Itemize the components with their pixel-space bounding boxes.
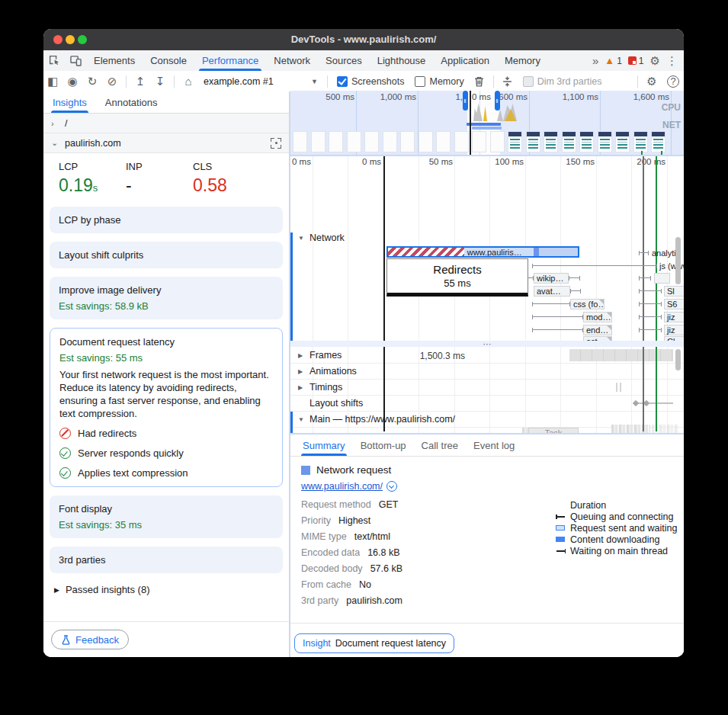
- request-box[interactable]: jiz: [664, 312, 684, 322]
- filmstrip-thumbnail[interactable]: [472, 131, 486, 152]
- home-icon[interactable]: ⌂: [179, 72, 197, 91]
- issues-badge[interactable]: 1: [628, 56, 644, 66]
- filmstrip-thumbnail[interactable]: [490, 131, 505, 152]
- metric[interactable]: INP -: [126, 161, 193, 196]
- request-url-link[interactable]: www.paulirish.com/: [301, 481, 383, 492]
- settings-gear-icon[interactable]: ⚙: [650, 54, 660, 68]
- memory-checkbox[interactable]: Memory: [415, 76, 463, 87]
- request-box[interactable]: jiz: [664, 325, 684, 335]
- network-track-header[interactable]: ▼ Network: [290, 232, 345, 243]
- minimap-window-handle[interactable]: ‖: [463, 91, 468, 111]
- toggle-sidebar-icon[interactable]: ◧: [43, 72, 62, 91]
- details-tab[interactable]: Call tree: [414, 434, 466, 456]
- tracks-scrollbar[interactable]: [675, 349, 681, 370]
- request-box[interactable]: avat…: [534, 286, 570, 297]
- devtools-tab[interactable]: Sources: [318, 51, 370, 71]
- track-header[interactable]: ▼Main — https://www.paulirish.com/: [290, 414, 455, 425]
- devtools-tab[interactable]: Elements: [86, 51, 143, 71]
- track-toggle-icon[interactable]: ▼: [298, 416, 305, 423]
- trace-breadcrumb-row[interactable]: › /: [43, 114, 289, 133]
- record-icon[interactable]: ◉: [63, 72, 82, 91]
- filmstrip-thumbnail[interactable]: [526, 131, 540, 152]
- insight-card[interactable]: LCP by phase: [50, 207, 283, 233]
- sidebar-tab[interactable]: Insights: [43, 91, 96, 113]
- filmstrip-thumbnail[interactable]: [329, 131, 343, 152]
- filmstrip-thumbnail[interactable]: [454, 131, 469, 152]
- screenshots-checkbox[interactable]: Screenshots: [337, 76, 404, 87]
- request-box[interactable]: Sl: [664, 286, 684, 297]
- passed-insights-row[interactable]: ▶ Passed insights (8): [43, 573, 289, 604]
- filmstrip-thumbnail[interactable]: [293, 131, 307, 152]
- details-tab[interactable]: Event log: [466, 434, 522, 456]
- sidebar-tab[interactable]: Annotations: [96, 91, 167, 113]
- filmstrip-thumbnail[interactable]: [508, 131, 522, 152]
- inspect-element-icon[interactable]: [47, 55, 61, 67]
- request-box[interactable]: [654, 273, 670, 284]
- capture-settings-gear-icon[interactable]: ⚙: [643, 72, 661, 91]
- request-box[interactable]: wikip…: [534, 273, 569, 284]
- devtools-tab[interactable]: Memory: [497, 51, 548, 71]
- reveal-request-icon[interactable]: [386, 481, 397, 492]
- request-box[interactable]: S6: [664, 299, 684, 309]
- details-tab[interactable]: Summary: [295, 434, 353, 456]
- metric[interactable]: CLS 0.58: [193, 161, 260, 196]
- request-box[interactable]: mod…: [583, 312, 612, 322]
- track-row[interactable]: [290, 380, 684, 396]
- insight-card[interactable]: Improve image delivery Est savings: 58.9…: [50, 277, 283, 319]
- zoom-to-frame-icon[interactable]: [271, 138, 281, 149]
- filmstrip-thumbnail[interactable]: [651, 131, 665, 152]
- track-resize-handle[interactable]: ⋯: [290, 341, 684, 347]
- insight-card[interactable]: Layout shift culprits: [50, 242, 283, 268]
- filmstrip-thumbnail[interactable]: [598, 131, 612, 152]
- devtools-tab[interactable]: Lighthouse: [370, 51, 434, 71]
- filmstrip-thumbnail[interactable]: [400, 131, 415, 152]
- metric[interactable]: LCP 0.19s: [59, 161, 126, 196]
- shortcuts-dialog-icon[interactable]: [499, 72, 517, 91]
- filmstrip-thumbnail[interactable]: [311, 131, 326, 152]
- filmstrip-thumbnail[interactable]: [347, 131, 361, 152]
- insight-card[interactable]: Document request latency Est savings: 55…: [50, 328, 283, 487]
- track-toggle-icon[interactable]: ▶: [298, 368, 305, 375]
- filmstrip-thumbnail[interactable]: [544, 131, 558, 152]
- more-tabs-chevron[interactable]: »: [592, 54, 598, 67]
- collect-garbage-icon[interactable]: [470, 72, 489, 91]
- devtools-tab[interactable]: Performance: [194, 51, 266, 71]
- insight-chip[interactable]: Insight Document request latency: [294, 633, 454, 653]
- frames-bar[interactable]: [569, 349, 673, 361]
- details-tab[interactable]: Bottom-up: [353, 434, 414, 456]
- request-box[interactable]: end…: [583, 325, 612, 335]
- track-header[interactable]: ▶Frames: [290, 350, 342, 361]
- task-box[interactable]: Task: [528, 428, 579, 433]
- reload-and-record-icon[interactable]: ↻: [83, 72, 101, 91]
- upload-profile-icon[interactable]: ↥: [131, 72, 149, 91]
- track-header[interactable]: ▶Animations: [290, 366, 357, 377]
- minimap-window-handle[interactable]: ‖: [495, 91, 500, 111]
- site-row[interactable]: ⌄ paulirish.com: [43, 133, 289, 153]
- filmstrip-thumbnail[interactable]: [383, 131, 397, 152]
- device-toolbar-icon[interactable]: [69, 55, 82, 67]
- clear-icon[interactable]: ⊘: [103, 72, 121, 91]
- filmstrip-thumbnail[interactable]: [364, 131, 379, 152]
- target-select[interactable]: example.com #1▼: [199, 76, 322, 87]
- filmstrip-thumbnail[interactable]: [579, 131, 594, 152]
- track-header[interactable]: ▶Timings: [290, 382, 342, 393]
- feedback-button[interactable]: Feedback: [51, 630, 129, 649]
- insight-card[interactable]: 3rd parties: [50, 547, 283, 573]
- filmstrip-thumbnail[interactable]: [615, 131, 630, 152]
- help-icon[interactable]: ?: [667, 75, 679, 88]
- network-scrollbar[interactable]: [675, 237, 681, 284]
- warnings-badge[interactable]: ▲1: [605, 55, 622, 66]
- download-profile-icon[interactable]: ↧: [151, 72, 169, 91]
- filmstrip-thumbnail[interactable]: [436, 131, 451, 152]
- track-toggle-icon[interactable]: ▶: [298, 384, 305, 391]
- filmstrip-thumbnail[interactable]: [633, 131, 648, 152]
- request-box[interactable]: css (fo…: [570, 299, 605, 309]
- track-toggle-icon[interactable]: ▶: [298, 352, 305, 359]
- devtools-tab[interactable]: Network: [266, 51, 318, 71]
- devtools-tab[interactable]: Application: [433, 51, 497, 71]
- timeline-minimap[interactable]: CPU NET 500 ms1,000 ms1,0 ms600 ms1,100 …: [290, 91, 684, 156]
- track-header[interactable]: Layout shifts: [290, 398, 363, 409]
- filmstrip-thumbnail[interactable]: [419, 131, 433, 152]
- selected-network-request-bar[interactable]: www.pauliris…: [386, 246, 579, 258]
- kebab-menu-icon[interactable]: ⋮: [666, 54, 678, 68]
